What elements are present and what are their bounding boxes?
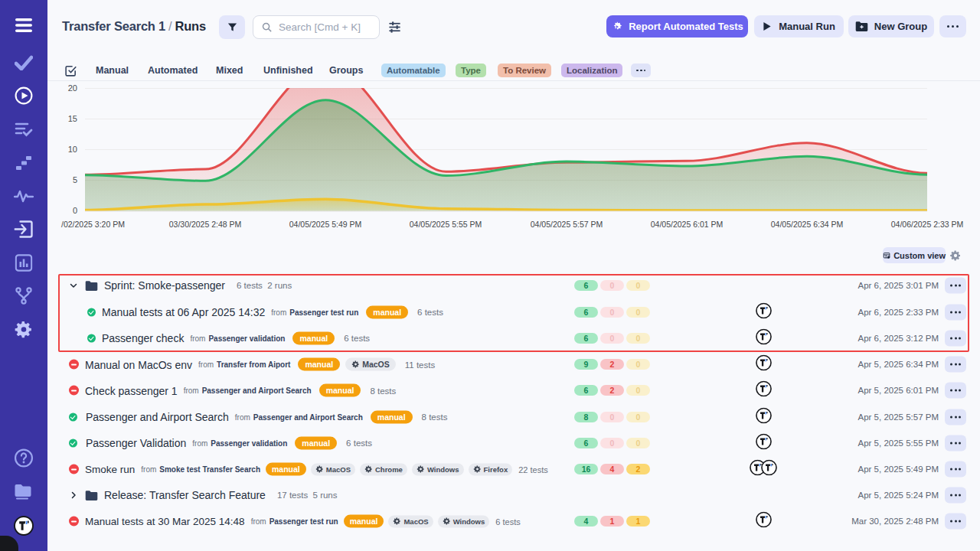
svg-text:0: 0 (73, 206, 77, 215)
svg-text:04/05/2025 6:01 PM: 04/05/2025 6:01 PM (651, 220, 724, 229)
svg-text:04/05/2025 6:34 PM: 04/05/2025 6:34 PM (771, 220, 844, 229)
svg-text:5: 5 (73, 175, 77, 184)
svg-text:04/05/2025 5:57 PM: 04/05/2025 5:57 PM (531, 220, 603, 229)
svg-text:10: 10 (68, 145, 77, 154)
svg-text:04/05/2025 5:49 PM: 04/05/2025 5:49 PM (289, 220, 362, 229)
svg-text:04/06/2025 2:33 PM: 04/06/2025 2:33 PM (891, 220, 964, 229)
svg-text:20: 20 (68, 83, 77, 93)
svg-text:15: 15 (68, 114, 77, 123)
svg-text:/02/2025 3:20 PM: /02/2025 3:20 PM (61, 220, 125, 229)
svg-text:03/30/2025 2:48 PM: 03/30/2025 2:48 PM (169, 220, 242, 229)
svg-text:04/05/2025 5:55 PM: 04/05/2025 5:55 PM (410, 220, 482, 229)
